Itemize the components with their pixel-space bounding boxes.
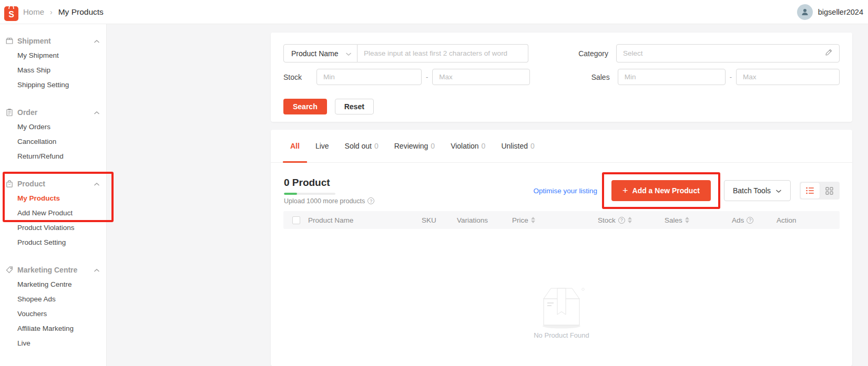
help-icon[interactable]: ? (618, 217, 625, 224)
list-view-button[interactable] (801, 183, 820, 198)
chevron-down-icon (775, 186, 782, 195)
view-toggle (800, 182, 840, 200)
sidebar-item-shopee-ads[interactable]: Shopee Ads (0, 292, 106, 307)
reset-button[interactable]: Reset (335, 99, 374, 114)
svg-text:S: S (8, 10, 14, 19)
topbar: S Home › My Products bigseller2024 (0, 0, 868, 24)
tab-violation[interactable]: Violation0 (451, 130, 485, 163)
plus-icon: + (622, 186, 628, 195)
status-tabs: All Live Sold out0 Reviewing0 Violation0… (271, 130, 852, 163)
avatar (797, 4, 813, 20)
shopee-logo-icon[interactable]: S (4, 3, 18, 21)
breadcrumb-home[interactable]: Home (23, 7, 44, 16)
chevron-up-icon (94, 36, 100, 46)
tag-icon (5, 266, 14, 274)
sidebar-header-product[interactable]: Product (0, 176, 106, 191)
batch-tools-button[interactable]: Batch Tools (724, 180, 791, 201)
package-icon (5, 37, 14, 45)
sidebar-item-affiliate-marketing[interactable]: Affiliate Marketing (0, 321, 106, 336)
sidebar-item-add-new-product[interactable]: Add New Product (0, 206, 106, 221)
tab-live[interactable]: Live (315, 130, 329, 163)
tab-unlisted[interactable]: Unlisted0 (501, 130, 534, 163)
empty-state-text: No Product Found (534, 331, 589, 339)
sidebar-header-marketing-centre[interactable]: Marketing Centre (0, 263, 106, 277)
search-type-select[interactable]: Product Name (283, 44, 358, 62)
sidebar-item-live[interactable]: Live (0, 336, 106, 351)
chevron-up-icon (94, 265, 100, 275)
sales-min-input[interactable] (618, 69, 726, 85)
sidebar-item-my-shipment[interactable]: My Shipment (0, 48, 106, 63)
tab-sold-out[interactable]: Sold out0 (345, 130, 379, 163)
stock-max-input[interactable] (432, 69, 530, 85)
list-view-icon (806, 187, 814, 194)
sort-icon[interactable] (531, 217, 535, 223)
sales-label: Sales (573, 73, 610, 81)
page-title: My Products (58, 7, 104, 17)
sidebar-item-my-orders[interactable]: My Orders (0, 120, 106, 134)
sidebar-item-product-setting[interactable]: Product Setting (0, 235, 106, 250)
help-icon[interactable]: ? (747, 217, 753, 224)
upload-quota-progressbar (284, 193, 335, 195)
table-header: Product Name SKU Variations Price Stock … (283, 211, 840, 229)
main-content: Product Name Category Select (107, 24, 868, 366)
grid-view-icon (825, 187, 833, 195)
upload-quota-text: Upload 1000 more products (284, 197, 365, 205)
sidebar-header-order[interactable]: Order (0, 105, 106, 120)
category-select[interactable]: Select (616, 44, 840, 62)
sidebar-section-order: Order My Orders Cancellation Return/Refu… (0, 105, 106, 164)
product-bag-icon (5, 180, 14, 188)
sidebar-item-shipping-setting[interactable]: Shipping Setting (0, 78, 106, 92)
sort-icon[interactable] (628, 217, 632, 223)
pencil-icon[interactable] (825, 48, 833, 58)
chevron-up-icon (94, 179, 100, 189)
help-icon[interactable]: ? (367, 197, 374, 204)
sidebar-item-my-products[interactable]: My Products (0, 191, 106, 206)
tab-reviewing[interactable]: Reviewing0 (394, 130, 435, 163)
products-toolbar: 0 Product Upload 1000 more products ? Op… (271, 170, 852, 211)
sidebar-item-mass-ship[interactable]: Mass Ship (0, 63, 106, 78)
stock-label: Stock (283, 73, 316, 81)
search-button[interactable]: Search (283, 99, 327, 114)
search-input[interactable] (358, 44, 528, 62)
sidebar-item-marketing-centre[interactable]: Marketing Centre (0, 277, 106, 292)
sidebar-item-vouchers[interactable]: Vouchers (0, 307, 106, 321)
annotation-rect-add-product: + Add a New Product (602, 172, 720, 209)
chevron-up-icon (94, 108, 100, 117)
sidebar-item-cancellation[interactable]: Cancellation (0, 134, 106, 149)
sidebar-header-shipment[interactable]: Shipment (0, 34, 106, 48)
empty-box-icon (536, 284, 587, 329)
empty-state: No Product Found (271, 284, 852, 339)
stock-min-input[interactable] (316, 69, 422, 85)
add-new-product-button[interactable]: + Add a New Product (611, 180, 711, 201)
sidebar-item-return-refund[interactable]: Return/Refund (0, 149, 106, 164)
sidebar-section-shipment: Shipment My Shipment Mass Ship Shipping … (0, 34, 106, 92)
category-label: Category (571, 49, 608, 58)
breadcrumb-separator-icon: › (50, 8, 53, 16)
chevron-down-icon (345, 49, 352, 58)
product-count: 0 Product (284, 177, 374, 189)
order-icon (5, 108, 14, 117)
filter-card: Product Name Category Select (271, 33, 852, 122)
username: bigseller2024 (818, 8, 863, 16)
sidebar-section-product: Product My Products Add New Product Prod… (0, 176, 106, 250)
account-menu[interactable]: bigseller2024 (797, 4, 863, 20)
sales-max-input[interactable] (736, 69, 840, 85)
grid-view-button[interactable] (820, 183, 839, 198)
products-card: All Live Sold out0 Reviewing0 Violation0… (271, 130, 852, 366)
sidebar-item-product-violations[interactable]: Product Violations (0, 221, 106, 235)
select-all-checkbox[interactable] (292, 216, 300, 224)
optimise-listing-link[interactable]: Optimise your listing (533, 187, 597, 195)
sidebar-section-marketing: Marketing Centre Marketing Centre Shopee… (0, 263, 106, 351)
sort-icon[interactable] (685, 217, 689, 223)
tab-all[interactable]: All (290, 130, 300, 163)
sidebar: Shipment My Shipment Mass Ship Shipping … (0, 24, 107, 366)
